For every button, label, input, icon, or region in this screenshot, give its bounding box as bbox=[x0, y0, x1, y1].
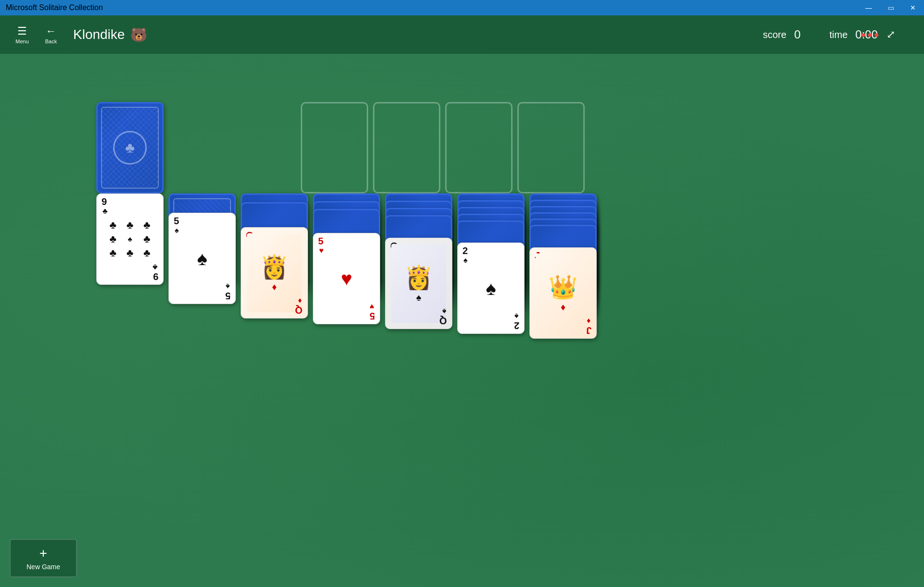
back-button[interactable]: ← Back bbox=[37, 22, 65, 47]
foundation-slot-2[interactable] bbox=[373, 102, 440, 193]
titlebar: Microsoft Solitaire Collection — ▭ ✕ bbox=[0, 0, 924, 15]
foundation-slot-3[interactable] bbox=[445, 102, 513, 193]
game-name: Klondike bbox=[73, 27, 125, 42]
menu-icon: ☰ bbox=[17, 25, 27, 38]
new-game-button[interactable]: + New Game bbox=[10, 539, 77, 577]
suit-bot: ♣ bbox=[153, 263, 158, 271]
minimize-button[interactable]: — bbox=[858, 0, 880, 15]
titlebar-controls: — ▭ ✕ bbox=[858, 0, 924, 15]
close-button[interactable]: ✕ bbox=[902, 0, 924, 15]
score-group: score 0 bbox=[763, 28, 800, 41]
menu-button[interactable]: ☰ Menu bbox=[8, 22, 37, 47]
card-qdiamonds[interactable]: Q ♦ 👸 ♦ Q ♦ bbox=[241, 227, 308, 319]
card-2spades[interactable]: 2 ♠ ♠ 2 ♠ bbox=[457, 242, 525, 334]
game-title: Klondike 🐻 bbox=[73, 27, 147, 43]
new-game-label: New Game bbox=[26, 563, 60, 571]
card-jdiamonds[interactable]: J ♦ 👑 ♦ J ♦ bbox=[529, 247, 597, 339]
bear-icon: 🐻 bbox=[130, 27, 147, 43]
foundation-slot-4[interactable] bbox=[517, 102, 585, 193]
back-icon: ← bbox=[46, 25, 56, 38]
restore-button[interactable]: ▭ bbox=[880, 0, 902, 15]
titlebar-title: Microsoft Solitaire Collection bbox=[6, 3, 103, 12]
options-button[interactable]: ●●● bbox=[860, 30, 881, 40]
rank-top: 9 bbox=[102, 197, 107, 206]
card-9clubs[interactable]: 9 ♣ ♣ ♣ ♣ ♣ ♣ ♣ ♣ ♣ ♣ 9 ♣ bbox=[96, 193, 164, 285]
card-qspades[interactable]: Q ♠ 👸 ♠ Q ♠ bbox=[385, 238, 452, 329]
stock-pile[interactable]: ♣ bbox=[96, 102, 164, 193]
toolbar: ☰ Menu ← Back Klondike 🐻 score 0 time 0:… bbox=[0, 15, 924, 54]
suit-top: ♣ bbox=[103, 207, 108, 215]
new-game-plus-icon: + bbox=[39, 546, 47, 561]
card-5spades[interactable]: 5 ♠ ♠ 5 ♠ bbox=[168, 213, 236, 304]
card-5hearts[interactable]: 5 ♥ ♥ 5 ♥ bbox=[313, 233, 380, 324]
foundation-slot-1[interactable] bbox=[301, 102, 368, 193]
rank-bot: 9 bbox=[153, 272, 158, 281]
expand-button[interactable]: ⤢ bbox=[886, 28, 895, 41]
game-area: ♣ 9 ♣ ♣ ♣ ♣ ♣ ♣ ♣ ♣ ♣ ♣ 9 ♣ bbox=[0, 54, 924, 587]
